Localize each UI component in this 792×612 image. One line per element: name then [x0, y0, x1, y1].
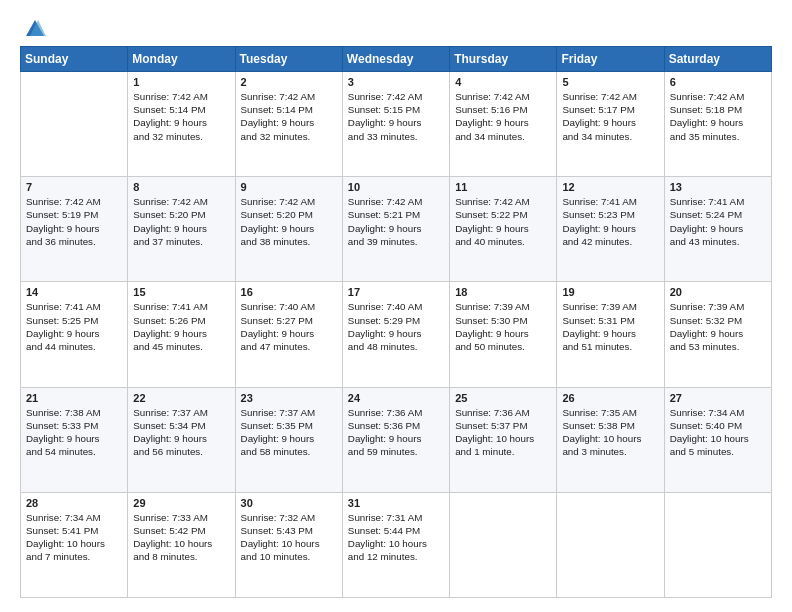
day-number: 11	[455, 181, 551, 193]
day-info: Sunrise: 7:41 AM Sunset: 5:24 PM Dayligh…	[670, 195, 766, 248]
day-number: 3	[348, 76, 444, 88]
calendar-header-wednesday: Wednesday	[342, 47, 449, 72]
calendar-cell: 16Sunrise: 7:40 AM Sunset: 5:27 PM Dayli…	[235, 282, 342, 387]
day-info: Sunrise: 7:40 AM Sunset: 5:29 PM Dayligh…	[348, 300, 444, 353]
calendar-cell: 6Sunrise: 7:42 AM Sunset: 5:18 PM Daylig…	[664, 72, 771, 177]
day-number: 18	[455, 286, 551, 298]
day-info: Sunrise: 7:42 AM Sunset: 5:14 PM Dayligh…	[241, 90, 337, 143]
calendar-cell: 17Sunrise: 7:40 AM Sunset: 5:29 PM Dayli…	[342, 282, 449, 387]
day-number: 31	[348, 497, 444, 509]
calendar-cell: 19Sunrise: 7:39 AM Sunset: 5:31 PM Dayli…	[557, 282, 664, 387]
day-number: 30	[241, 497, 337, 509]
day-info: Sunrise: 7:42 AM Sunset: 5:14 PM Dayligh…	[133, 90, 229, 143]
calendar-cell: 15Sunrise: 7:41 AM Sunset: 5:26 PM Dayli…	[128, 282, 235, 387]
day-info: Sunrise: 7:37 AM Sunset: 5:34 PM Dayligh…	[133, 406, 229, 459]
day-info: Sunrise: 7:42 AM Sunset: 5:22 PM Dayligh…	[455, 195, 551, 248]
calendar-header-row: SundayMondayTuesdayWednesdayThursdayFrid…	[21, 47, 772, 72]
calendar-header-friday: Friday	[557, 47, 664, 72]
day-number: 26	[562, 392, 658, 404]
day-info: Sunrise: 7:40 AM Sunset: 5:27 PM Dayligh…	[241, 300, 337, 353]
calendar-cell: 23Sunrise: 7:37 AM Sunset: 5:35 PM Dayli…	[235, 387, 342, 492]
calendar-cell: 22Sunrise: 7:37 AM Sunset: 5:34 PM Dayli…	[128, 387, 235, 492]
calendar-cell: 20Sunrise: 7:39 AM Sunset: 5:32 PM Dayli…	[664, 282, 771, 387]
calendar-cell: 3Sunrise: 7:42 AM Sunset: 5:15 PM Daylig…	[342, 72, 449, 177]
day-info: Sunrise: 7:41 AM Sunset: 5:23 PM Dayligh…	[562, 195, 658, 248]
calendar-cell: 18Sunrise: 7:39 AM Sunset: 5:30 PM Dayli…	[450, 282, 557, 387]
day-number: 5	[562, 76, 658, 88]
day-info: Sunrise: 7:37 AM Sunset: 5:35 PM Dayligh…	[241, 406, 337, 459]
day-info: Sunrise: 7:39 AM Sunset: 5:31 PM Dayligh…	[562, 300, 658, 353]
day-number: 23	[241, 392, 337, 404]
calendar-header-thursday: Thursday	[450, 47, 557, 72]
calendar-cell: 21Sunrise: 7:38 AM Sunset: 5:33 PM Dayli…	[21, 387, 128, 492]
day-number: 9	[241, 181, 337, 193]
day-info: Sunrise: 7:39 AM Sunset: 5:32 PM Dayligh…	[670, 300, 766, 353]
day-info: Sunrise: 7:34 AM Sunset: 5:41 PM Dayligh…	[26, 511, 122, 564]
day-info: Sunrise: 7:34 AM Sunset: 5:40 PM Dayligh…	[670, 406, 766, 459]
day-number: 14	[26, 286, 122, 298]
calendar-cell: 2Sunrise: 7:42 AM Sunset: 5:14 PM Daylig…	[235, 72, 342, 177]
calendar-cell: 1Sunrise: 7:42 AM Sunset: 5:14 PM Daylig…	[128, 72, 235, 177]
day-info: Sunrise: 7:42 AM Sunset: 5:19 PM Dayligh…	[26, 195, 122, 248]
calendar-cell: 14Sunrise: 7:41 AM Sunset: 5:25 PM Dayli…	[21, 282, 128, 387]
day-number: 13	[670, 181, 766, 193]
calendar-cell: 7Sunrise: 7:42 AM Sunset: 5:19 PM Daylig…	[21, 177, 128, 282]
calendar-cell: 27Sunrise: 7:34 AM Sunset: 5:40 PM Dayli…	[664, 387, 771, 492]
day-number: 25	[455, 392, 551, 404]
calendar-cell: 8Sunrise: 7:42 AM Sunset: 5:20 PM Daylig…	[128, 177, 235, 282]
day-info: Sunrise: 7:32 AM Sunset: 5:43 PM Dayligh…	[241, 511, 337, 564]
day-number: 21	[26, 392, 122, 404]
day-info: Sunrise: 7:42 AM Sunset: 5:20 PM Dayligh…	[241, 195, 337, 248]
calendar-cell: 11Sunrise: 7:42 AM Sunset: 5:22 PM Dayli…	[450, 177, 557, 282]
calendar-header-tuesday: Tuesday	[235, 47, 342, 72]
calendar-cell: 26Sunrise: 7:35 AM Sunset: 5:38 PM Dayli…	[557, 387, 664, 492]
day-number: 19	[562, 286, 658, 298]
calendar-cell: 30Sunrise: 7:32 AM Sunset: 5:43 PM Dayli…	[235, 492, 342, 597]
calendar-cell	[557, 492, 664, 597]
day-number: 22	[133, 392, 229, 404]
day-number: 7	[26, 181, 122, 193]
day-info: Sunrise: 7:36 AM Sunset: 5:37 PM Dayligh…	[455, 406, 551, 459]
day-number: 24	[348, 392, 444, 404]
calendar-cell: 25Sunrise: 7:36 AM Sunset: 5:37 PM Dayli…	[450, 387, 557, 492]
day-info: Sunrise: 7:41 AM Sunset: 5:26 PM Dayligh…	[133, 300, 229, 353]
calendar-cell: 31Sunrise: 7:31 AM Sunset: 5:44 PM Dayli…	[342, 492, 449, 597]
day-info: Sunrise: 7:42 AM Sunset: 5:16 PM Dayligh…	[455, 90, 551, 143]
day-info: Sunrise: 7:42 AM Sunset: 5:21 PM Dayligh…	[348, 195, 444, 248]
calendar-cell: 24Sunrise: 7:36 AM Sunset: 5:36 PM Dayli…	[342, 387, 449, 492]
calendar-cell: 10Sunrise: 7:42 AM Sunset: 5:21 PM Dayli…	[342, 177, 449, 282]
day-info: Sunrise: 7:42 AM Sunset: 5:17 PM Dayligh…	[562, 90, 658, 143]
calendar-header-saturday: Saturday	[664, 47, 771, 72]
header	[20, 18, 772, 36]
calendar-week-2: 7Sunrise: 7:42 AM Sunset: 5:19 PM Daylig…	[21, 177, 772, 282]
day-info: Sunrise: 7:33 AM Sunset: 5:42 PM Dayligh…	[133, 511, 229, 564]
calendar-header-sunday: Sunday	[21, 47, 128, 72]
day-info: Sunrise: 7:42 AM Sunset: 5:18 PM Dayligh…	[670, 90, 766, 143]
calendar-cell	[21, 72, 128, 177]
day-number: 28	[26, 497, 122, 509]
calendar-cell: 9Sunrise: 7:42 AM Sunset: 5:20 PM Daylig…	[235, 177, 342, 282]
calendar-week-5: 28Sunrise: 7:34 AM Sunset: 5:41 PM Dayli…	[21, 492, 772, 597]
day-number: 1	[133, 76, 229, 88]
day-info: Sunrise: 7:31 AM Sunset: 5:44 PM Dayligh…	[348, 511, 444, 564]
day-number: 8	[133, 181, 229, 193]
calendar-header-monday: Monday	[128, 47, 235, 72]
page: SundayMondayTuesdayWednesdayThursdayFrid…	[0, 0, 792, 612]
day-info: Sunrise: 7:42 AM Sunset: 5:15 PM Dayligh…	[348, 90, 444, 143]
day-number: 16	[241, 286, 337, 298]
day-number: 27	[670, 392, 766, 404]
calendar-cell: 12Sunrise: 7:41 AM Sunset: 5:23 PM Dayli…	[557, 177, 664, 282]
day-number: 17	[348, 286, 444, 298]
calendar-cell: 29Sunrise: 7:33 AM Sunset: 5:42 PM Dayli…	[128, 492, 235, 597]
day-info: Sunrise: 7:36 AM Sunset: 5:36 PM Dayligh…	[348, 406, 444, 459]
day-info: Sunrise: 7:38 AM Sunset: 5:33 PM Dayligh…	[26, 406, 122, 459]
calendar-cell: 13Sunrise: 7:41 AM Sunset: 5:24 PM Dayli…	[664, 177, 771, 282]
day-info: Sunrise: 7:35 AM Sunset: 5:38 PM Dayligh…	[562, 406, 658, 459]
day-number: 12	[562, 181, 658, 193]
calendar-cell: 4Sunrise: 7:42 AM Sunset: 5:16 PM Daylig…	[450, 72, 557, 177]
day-number: 15	[133, 286, 229, 298]
day-number: 20	[670, 286, 766, 298]
day-number: 2	[241, 76, 337, 88]
calendar-week-4: 21Sunrise: 7:38 AM Sunset: 5:33 PM Dayli…	[21, 387, 772, 492]
day-number: 10	[348, 181, 444, 193]
